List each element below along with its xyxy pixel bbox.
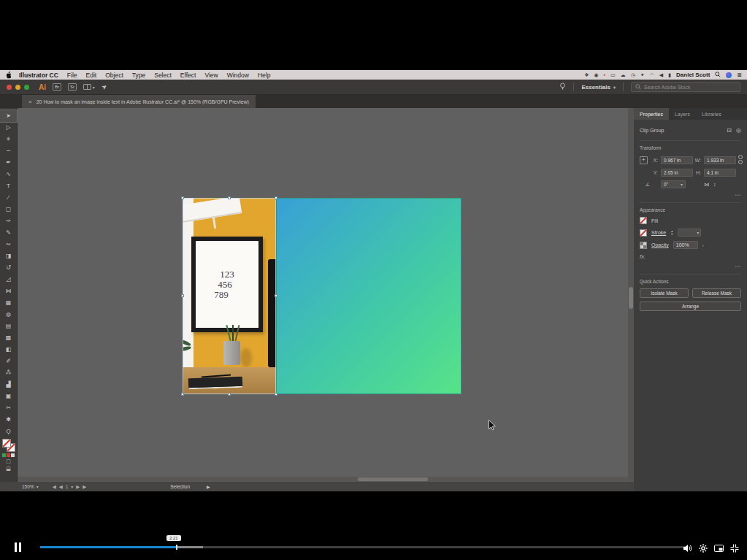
x-position-field[interactable]: 0.967 in [661,156,693,164]
isolate-mask-button[interactable]: Isolate Mask [640,288,689,298]
stroke-weight-dropdown[interactable]: ▾ [678,229,701,237]
document-tab[interactable]: × 20 How to mask an image inside text in… [22,95,256,108]
reference-point-locator[interactable] [640,156,648,164]
last-artboard-icon[interactable]: ▶ [83,484,86,490]
stock-icon[interactable]: St [68,83,77,91]
zoom-tool[interactable]: Ϙ [0,426,17,437]
share-icon[interactable]: ➤ [100,83,109,92]
selection-handle[interactable] [275,393,277,396]
menubar-item[interactable]: Select [154,72,172,79]
rectangle-tool[interactable]: ▢ [0,204,17,215]
gpu-performance-icon[interactable] [559,80,566,93]
panel-tab[interactable]: Properties [634,108,669,120]
eyedropper-tool[interactable]: ✐ [0,356,17,367]
line-segment-tool[interactable]: ∕ [0,192,17,204]
creative-cloud-icon[interactable]: ☁ [621,72,626,77]
menubar-item[interactable]: View [204,72,218,79]
arrange-button[interactable]: Arrange [640,302,741,311]
rotate-tool[interactable]: ↺ [0,262,17,274]
previous-artboard-icon[interactable]: ◀ [59,484,63,490]
symbol-sprayer-tool[interactable]: ⁂ [0,367,17,379]
bluetooth-icon[interactable]: ✦ [640,72,645,77]
select-similar-icon[interactable]: ⊡ [727,127,732,134]
selection-handle[interactable] [181,393,184,396]
recording-icon[interactable]: ▪ [604,72,605,77]
status-bar-menu-arrow[interactable]: ▶ [207,484,210,489]
artboard-tool[interactable]: ▣ [0,391,17,402]
y-position-field[interactable]: 2.05 in [661,169,693,177]
dropbox-icon[interactable]: ❖ [584,72,589,77]
stroke-weight-stepper[interactable]: ▲▼ [670,230,673,236]
minimize-window-button[interactable] [15,85,20,90]
screen-mode-icon[interactable]: ⬓ [6,466,11,472]
next-artboard-icon[interactable]: ▶ [76,484,80,490]
fill-none-swatch[interactable] [2,439,11,448]
flip-horizontal-icon[interactable]: ⋈ [704,182,709,188]
zoom-window-button[interactable] [24,85,29,90]
first-artboard-icon[interactable]: ◀ [53,484,56,490]
playhead[interactable] [176,545,177,550]
display-icon[interactable]: ▭ [610,72,616,77]
horizontal-scrollbar[interactable] [18,477,628,482]
battery-icon[interactable]: ▮ [668,72,671,77]
horizontal-scrollbar-thumb[interactable] [358,477,428,481]
selection-handle[interactable] [275,196,277,199]
wifi-icon[interactable]: ◠ [650,72,654,77]
selection-handle[interactable] [275,294,277,297]
zoom-level-dropdown[interactable]: 150% ▾ [22,484,39,489]
opacity-label[interactable]: Opacity [651,242,669,248]
perspective-grid-tool[interactable]: ▤ [0,321,17,332]
gradient-button[interactable] [7,453,10,457]
pencil-tool[interactable]: ✎ [0,227,17,239]
scale-tool[interactable]: ◿ [0,274,17,285]
release-mask-button[interactable]: Release Mask [692,288,741,298]
picture-in-picture-icon[interactable] [714,542,724,556]
gradient-tool[interactable]: ◧ [0,344,17,356]
appearance-more-options[interactable]: ••• [640,264,741,269]
menubar-item[interactable]: Object [105,72,123,79]
selection-handle[interactable] [228,393,231,396]
selection-handle[interactable] [181,196,184,199]
pen-tool[interactable]: ✒ [0,157,17,169]
bridge-icon[interactable]: Br [53,83,61,91]
flip-vertical-icon[interactable]: ↕ [713,182,716,188]
artboard-number[interactable]: 1 [66,484,69,489]
volume-icon[interactable]: ◀ [659,72,663,77]
close-window-button[interactable] [7,85,12,90]
target-icon[interactable]: ◎ [736,127,741,134]
menubar-username[interactable]: Daniel Scott [676,72,710,78]
column-graph-tool[interactable]: ▟ [0,379,17,391]
stock-search-input[interactable] [644,85,732,90]
chevron-right-icon[interactable]: › [702,243,704,248]
pause-button[interactable] [15,542,21,552]
tab-close-icon[interactable]: × [28,99,32,105]
width-field[interactable]: 1.933 in [704,156,736,164]
fill-swatch[interactable] [640,217,647,224]
artboard-canvas[interactable]: 123 456 789 [18,108,628,482]
menubar-item[interactable]: Illustrator CC [19,72,58,79]
color-button[interactable] [2,453,6,457]
arrange-documents-icon[interactable]: ▾ [83,84,95,90]
adobe-stock-search[interactable] [631,82,740,92]
camera-app-icon[interactable]: ◉ [594,72,599,77]
settings-gear-icon[interactable] [699,542,708,556]
panel-tab[interactable]: Layers [669,108,696,120]
masked-photo-object[interactable]: 123 456 789 [183,198,276,394]
draw-mode-icon[interactable]: ▢ [6,459,11,464]
rotation-angle-dropdown[interactable]: 0° ▾ [661,180,686,188]
video-progress-bar[interactable] [40,546,686,548]
exit-fullscreen-icon[interactable] [730,542,739,556]
fill-stroke-indicator[interactable] [2,439,15,452]
gradient-rectangle-object[interactable] [276,198,461,394]
constrain-proportions-icon[interactable] [738,155,747,165]
apple-menu-icon[interactable] [5,72,12,79]
time-machine-icon[interactable]: ◷ [631,72,635,77]
paintbrush-tool[interactable]: ✑ [0,215,17,227]
free-transform-tool[interactable]: ▦ [0,297,17,309]
shaper-tool[interactable]: ∾ [0,239,17,250]
curvature-tool[interactable]: ∿ [0,169,17,180]
slice-tool[interactable]: ✂ [0,402,17,414]
selection-handle[interactable] [181,294,184,297]
menubar-item[interactable]: Help [258,72,270,79]
spotlight-search-icon[interactable] [715,72,721,79]
